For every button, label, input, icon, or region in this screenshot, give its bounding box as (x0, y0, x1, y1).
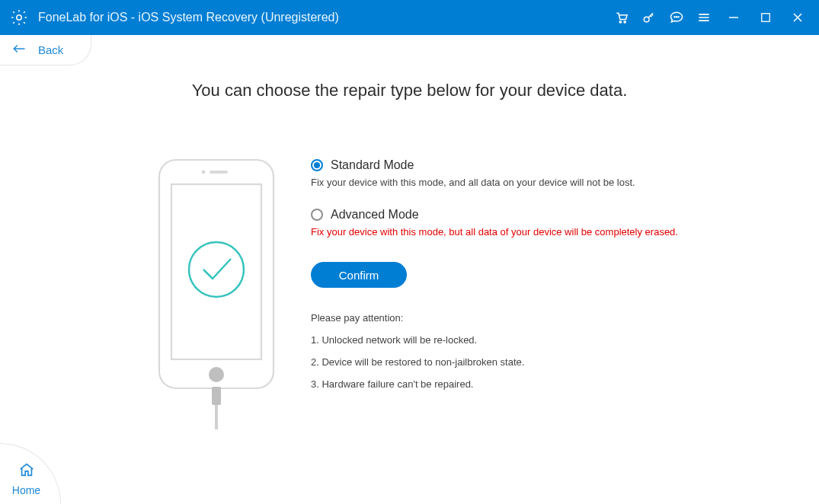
menu-icon[interactable] (696, 9, 712, 26)
app-window: FoneLab for iOS - iOS System Recovery (U… (0, 0, 819, 504)
phone-illustration (156, 157, 287, 434)
maximize-button[interactable] (755, 7, 776, 28)
svg-point-12 (209, 367, 224, 382)
home-icon (18, 461, 36, 481)
svg-point-4 (674, 17, 675, 18)
home-label: Home (12, 484, 40, 496)
mode-options: Standard Mode Fix your device with this … (311, 158, 737, 400)
attention-block: Please pay attention: 1. Unlocked networ… (311, 312, 737, 390)
titlebar: FoneLab for iOS - iOS System Recovery (U… (0, 0, 819, 35)
close-button[interactable] (787, 7, 808, 28)
svg-point-2 (624, 21, 625, 23)
advanced-mode-desc: Fix your device with this mode, but all … (311, 226, 737, 238)
page-heading: You can choose the repair type below for… (0, 81, 819, 100)
attention-item-3: 3. Hardware failure can't be repaired. (311, 378, 737, 390)
titlebar-actions (613, 7, 808, 28)
svg-point-5 (677, 17, 677, 18)
standard-mode-label: Standard Mode (331, 158, 414, 172)
app-gear-icon (9, 8, 29, 27)
svg-point-6 (678, 17, 679, 18)
back-label: Back (38, 43, 63, 56)
advanced-mode-radio[interactable] (311, 209, 323, 221)
confirm-button[interactable]: Confirm (311, 262, 407, 288)
attention-item-2: 2. Device will be restored to non-jailbr… (311, 356, 737, 368)
standard-mode-desc: Fix your device with this mode, and all … (311, 177, 737, 188)
svg-point-1 (619, 21, 621, 23)
content: Back You can choose the repair type belo… (0, 35, 819, 504)
svg-point-3 (644, 17, 649, 22)
attention-header: Please pay attention: (311, 312, 737, 324)
standard-mode-option[interactable]: Standard Mode (311, 158, 737, 172)
back-button[interactable]: Back (0, 35, 91, 65)
svg-rect-11 (210, 171, 228, 174)
window-title: FoneLab for iOS - iOS System Recovery (U… (38, 11, 613, 24)
key-icon[interactable] (641, 9, 657, 26)
feedback-icon[interactable] (668, 9, 685, 26)
advanced-mode-option[interactable]: Advanced Mode (311, 208, 737, 222)
svg-point-15 (189, 242, 244, 297)
svg-point-10 (202, 171, 206, 174)
svg-rect-14 (215, 405, 218, 429)
svg-rect-7 (762, 14, 770, 22)
advanced-mode-label: Advanced Mode (331, 208, 419, 222)
svg-point-0 (17, 15, 21, 20)
minimize-button[interactable] (723, 7, 744, 28)
cart-icon[interactable] (613, 9, 630, 26)
home-button[interactable]: Home (0, 443, 61, 504)
standard-mode-radio[interactable] (311, 159, 323, 171)
svg-rect-9 (171, 184, 261, 359)
attention-item-1: 1. Unlocked network will be re-locked. (311, 334, 737, 346)
back-arrow-icon (12, 43, 26, 57)
svg-rect-13 (212, 387, 221, 405)
